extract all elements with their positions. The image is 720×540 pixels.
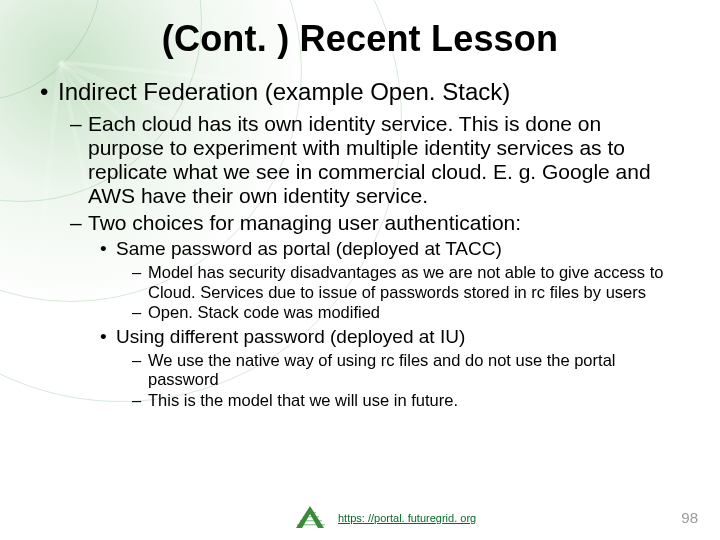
bullet-text: Indirect Federation (example Open. Stack… bbox=[58, 78, 510, 106]
bullet-dot-icon bbox=[40, 78, 58, 106]
bullet-text: This is the model that we will use in fu… bbox=[148, 391, 458, 410]
futuregrid-logo-icon bbox=[294, 504, 328, 530]
bullet-level-4: We use the native way of using rc files … bbox=[132, 351, 680, 390]
bullet-text: Same password as portal (deployed at TAC… bbox=[116, 238, 502, 260]
bullet-level-3: Using different password (deployed at IU… bbox=[100, 326, 680, 348]
bullet-level-1: Indirect Federation (example Open. Stack… bbox=[40, 78, 680, 106]
bullet-level-4: This is the model that we will use in fu… bbox=[132, 391, 680, 410]
bullet-level-3: Same password as portal (deployed at TAC… bbox=[100, 238, 680, 260]
bullet-level-2: Two choices for managing user authentica… bbox=[70, 211, 680, 235]
bullet-level-4: Model has security disadvantages as we a… bbox=[132, 263, 680, 302]
bullet-text: Open. Stack code was modified bbox=[148, 303, 380, 322]
slide-body: Indirect Federation (example Open. Stack… bbox=[0, 60, 720, 410]
bullet-text: Each cloud has its own identity service.… bbox=[88, 112, 680, 209]
bullet-dash-icon bbox=[70, 112, 88, 209]
svg-rect-1 bbox=[297, 524, 325, 525]
bullet-dash-icon bbox=[70, 211, 88, 235]
page-number: 98 bbox=[681, 509, 698, 526]
bullet-dash-icon bbox=[132, 303, 148, 322]
svg-rect-3 bbox=[303, 516, 319, 517]
slide-footer: https: //portal. futuregrid. org 98 bbox=[0, 502, 720, 530]
bullet-text: Model has security disadvantages as we a… bbox=[148, 263, 680, 302]
bullet-dash-icon bbox=[132, 391, 148, 410]
bullet-dash-icon bbox=[132, 263, 148, 302]
bullet-level-4: Open. Stack code was modified bbox=[132, 303, 680, 322]
bullet-dash-icon bbox=[132, 351, 148, 390]
bullet-dot-icon bbox=[100, 238, 116, 260]
bullet-text: We use the native way of using rc files … bbox=[148, 351, 680, 390]
svg-rect-4 bbox=[306, 512, 316, 513]
bullet-level-2: Each cloud has its own identity service.… bbox=[70, 112, 680, 209]
bullet-text: Using different password (deployed at IU… bbox=[116, 326, 465, 348]
portal-link[interactable]: https: //portal. futuregrid. org bbox=[338, 512, 476, 524]
bullet-text: Two choices for managing user authentica… bbox=[88, 211, 521, 235]
svg-rect-2 bbox=[300, 520, 322, 521]
slide: (Cont. ) Recent Lesson Indirect Federati… bbox=[0, 0, 720, 540]
slide-title: (Cont. ) Recent Lesson bbox=[0, 0, 720, 60]
bullet-dot-icon bbox=[100, 326, 116, 348]
